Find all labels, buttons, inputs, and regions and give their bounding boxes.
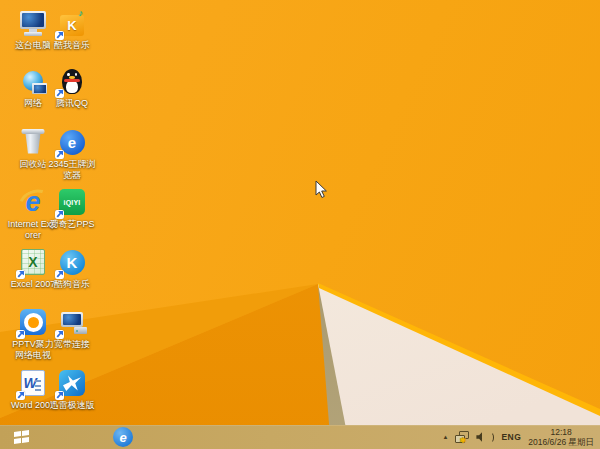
network-warning-icon: ✱	[459, 437, 466, 445]
desktop-icon-kuwo-music[interactable]: ♪K 酷我音乐	[46, 8, 98, 51]
desktop-icon-label: 2345王牌浏览器	[46, 159, 98, 181]
show-hidden-icons-chevron[interactable]: ▲	[442, 434, 448, 440]
language-indicator[interactable]: ENG	[501, 432, 521, 442]
kugou-music-icon: K	[57, 247, 87, 277]
taskbar: e ▲ ✱ ENG 12:18 2016/6/26 星期日	[0, 425, 600, 449]
desktop: 这台电脑 网络 回收站 e Internet Explorer X Excel …	[0, 0, 600, 449]
shortcut-arrow-icon	[55, 89, 64, 98]
shortcut-arrow-icon	[16, 270, 25, 279]
broadband-connection-icon	[57, 307, 87, 337]
recycle-bin-icon	[18, 127, 48, 157]
shortcut-arrow-icon	[55, 210, 64, 219]
desktop-icon-tencent-qq[interactable]: 腾讯QQ	[46, 66, 98, 109]
clock-date: 2016/6/26 星期日	[528, 437, 594, 447]
desktop-icon-label: 网络	[24, 98, 42, 109]
desktop-icon-xunlei[interactable]: 迅雷极速版	[46, 368, 98, 411]
desktop-icon-label: 爱奇艺PPS	[49, 219, 94, 230]
iqiyi-pps-icon: iQIYI	[57, 187, 87, 217]
taskbar-clock[interactable]: 12:18 2016/6/26 星期日	[528, 427, 596, 447]
desktop-icon-label: 腾讯QQ	[56, 98, 88, 109]
music-note-icon: ♪	[79, 8, 84, 18]
desktop-icon-broadband-connection[interactable]: 宽带连接	[46, 307, 98, 350]
internet-explorer-icon: e	[119, 431, 126, 444]
desktop-icon-2345-browser[interactable]: e 2345王牌浏览器	[46, 127, 98, 181]
pptv-icon	[18, 307, 48, 337]
kuwo-music-icon: ♪K	[57, 8, 87, 38]
desktop-icon-label: 酷狗音乐	[54, 279, 90, 290]
excel-icon: X	[18, 247, 48, 277]
shortcut-arrow-icon	[16, 330, 25, 339]
bird-icon	[63, 374, 81, 392]
qq-penguin-icon	[57, 66, 87, 96]
mouse-cursor	[315, 180, 328, 199]
system-tray: ▲ ✱ ENG 12:18 2016/6/26 星期日	[442, 425, 596, 449]
start-button[interactable]	[6, 425, 36, 449]
desktop-icon-kugou-music[interactable]: K 酷狗音乐	[46, 247, 98, 290]
volume-icon[interactable]	[476, 432, 494, 443]
shortcut-arrow-icon	[55, 31, 64, 40]
taskbar-internet-explorer-button[interactable]: e	[113, 427, 133, 447]
shortcut-arrow-icon	[55, 270, 64, 279]
desktop-icon-label: 酷我音乐	[54, 40, 90, 51]
xunlei-thunder-icon	[57, 368, 87, 398]
shortcut-arrow-icon	[16, 391, 25, 400]
desktop-icon-label: 宽带连接	[54, 339, 90, 350]
windows-start-icon	[14, 430, 29, 444]
desktop-icon-label: 迅雷极速版	[50, 400, 95, 411]
clock-time: 12:18	[528, 427, 594, 437]
network-icon	[18, 66, 48, 96]
internet-explorer-icon: e	[18, 187, 48, 217]
shortcut-arrow-icon	[55, 150, 64, 159]
word-icon: W	[18, 368, 48, 398]
shortcut-arrow-icon	[55, 391, 64, 400]
2345-browser-icon: e	[57, 127, 87, 157]
desktop-icon-iqiyi-pps[interactable]: iQIYI 爱奇艺PPS	[46, 187, 98, 230]
this-pc-icon	[18, 8, 48, 38]
shortcut-arrow-icon	[55, 330, 64, 339]
network-status-icon[interactable]: ✱	[455, 431, 469, 443]
desktop-icon-label: 回收站	[20, 159, 47, 170]
